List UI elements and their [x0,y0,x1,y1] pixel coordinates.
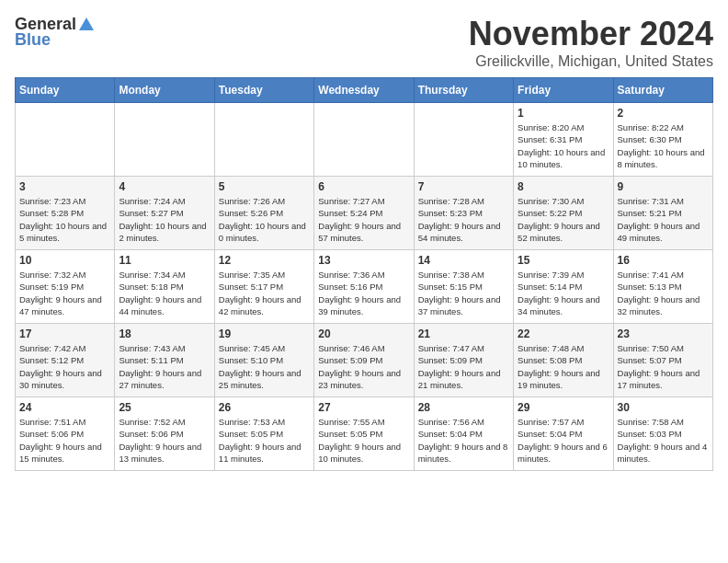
calendar-cell: 25Sunrise: 7:52 AM Sunset: 5:06 PM Dayli… [115,397,214,471]
day-number: 15 [518,254,609,267]
calendar-cell: 18Sunrise: 7:43 AM Sunset: 5:11 PM Dayli… [115,324,214,397]
day-info: Sunrise: 7:24 AM Sunset: 5:27 PM Dayligh… [119,195,210,244]
day-info: Sunrise: 8:20 AM Sunset: 6:31 PM Dayligh… [518,121,609,170]
day-number: 13 [318,254,409,267]
day-number: 23 [618,327,709,340]
day-number: 11 [119,254,210,267]
calendar-cell: 1Sunrise: 8:20 AM Sunset: 6:31 PM Daylig… [514,103,613,177]
calendar-cell: 13Sunrise: 7:36 AM Sunset: 5:16 PM Dayli… [314,250,414,324]
calendar-cell: 8Sunrise: 7:30 AM Sunset: 5:22 PM Daylig… [514,177,613,250]
calendar-body: 1Sunrise: 8:20 AM Sunset: 6:31 PM Daylig… [16,103,713,471]
calendar-cell: 22Sunrise: 7:48 AM Sunset: 5:08 PM Dayli… [514,324,613,397]
calendar-cell: 9Sunrise: 7:31 AM Sunset: 5:21 PM Daylig… [613,177,712,250]
calendar-cell: 4Sunrise: 7:24 AM Sunset: 5:27 PM Daylig… [115,177,214,250]
calendar-cell: 24Sunrise: 7:51 AM Sunset: 5:06 PM Dayli… [16,397,115,471]
calendar-header: SundayMondayTuesdayWednesdayThursdayFrid… [16,78,713,103]
day-number: 29 [518,401,609,414]
header-sunday: Sunday [16,78,115,103]
day-info: Sunrise: 7:45 AM Sunset: 5:10 PM Dayligh… [219,342,310,391]
day-info: Sunrise: 7:34 AM Sunset: 5:18 PM Dayligh… [119,269,210,317]
header: General Blue November 2024 Greilickville… [15,15,713,70]
calendar-cell [314,103,414,177]
calendar-cell: 20Sunrise: 7:46 AM Sunset: 5:09 PM Dayli… [314,324,414,397]
day-number: 2 [618,107,709,120]
day-number: 21 [418,327,509,340]
logo-blue: Blue [15,30,51,50]
day-number: 1 [518,107,609,120]
header-tuesday: Tuesday [214,78,313,103]
header-friday: Friday [514,78,613,103]
day-info: Sunrise: 7:51 AM Sunset: 5:06 PM Dayligh… [19,416,110,465]
calendar-cell: 7Sunrise: 7:28 AM Sunset: 5:23 PM Daylig… [414,177,513,250]
day-number: 4 [119,180,210,193]
day-info: Sunrise: 7:30 AM Sunset: 5:22 PM Dayligh… [518,195,609,244]
day-info: Sunrise: 7:52 AM Sunset: 5:06 PM Dayligh… [119,416,210,465]
calendar-cell: 6Sunrise: 7:27 AM Sunset: 5:24 PM Daylig… [314,177,414,250]
day-number: 17 [19,327,110,340]
calendar-cell: 28Sunrise: 7:56 AM Sunset: 5:04 PM Dayli… [414,397,513,471]
day-number: 10 [19,254,110,267]
calendar-cell: 5Sunrise: 7:26 AM Sunset: 5:26 PM Daylig… [214,177,313,250]
calendar-cell: 17Sunrise: 7:42 AM Sunset: 5:12 PM Dayli… [16,324,115,397]
day-number: 22 [518,327,609,340]
calendar-cell: 3Sunrise: 7:23 AM Sunset: 5:28 PM Daylig… [16,177,115,250]
header-monday: Monday [115,78,214,103]
calendar-cell: 26Sunrise: 7:53 AM Sunset: 5:05 PM Dayli… [214,397,313,471]
day-info: Sunrise: 7:43 AM Sunset: 5:11 PM Dayligh… [119,342,210,391]
week-row: 17Sunrise: 7:42 AM Sunset: 5:12 PM Dayli… [16,324,713,397]
title-area: November 2024 Greilickville, Michigan, U… [469,15,713,70]
day-info: Sunrise: 7:27 AM Sunset: 5:24 PM Dayligh… [318,195,409,244]
day-info: Sunrise: 7:57 AM Sunset: 5:04 PM Dayligh… [518,416,609,465]
day-info: Sunrise: 7:23 AM Sunset: 5:28 PM Dayligh… [19,195,110,244]
day-info: Sunrise: 7:48 AM Sunset: 5:08 PM Dayligh… [518,342,609,391]
day-number: 3 [19,180,110,193]
header-saturday: Saturday [613,78,712,103]
day-info: Sunrise: 7:28 AM Sunset: 5:23 PM Dayligh… [418,195,509,244]
day-number: 6 [318,180,409,193]
day-number: 26 [219,401,310,414]
day-number: 9 [618,180,709,193]
calendar-cell [414,103,513,177]
day-number: 20 [318,327,409,340]
calendar-cell: 27Sunrise: 7:55 AM Sunset: 5:05 PM Dayli… [314,397,414,471]
location-title: Greilickville, Michigan, United States [469,53,713,70]
day-number: 14 [418,254,509,267]
day-info: Sunrise: 8:22 AM Sunset: 6:30 PM Dayligh… [618,121,709,170]
calendar-cell: 15Sunrise: 7:39 AM Sunset: 5:14 PM Dayli… [514,250,613,324]
day-info: Sunrise: 7:38 AM Sunset: 5:15 PM Dayligh… [418,269,509,317]
day-info: Sunrise: 7:56 AM Sunset: 5:04 PM Dayligh… [418,416,509,465]
calendar-cell [214,103,313,177]
day-info: Sunrise: 7:26 AM Sunset: 5:26 PM Dayligh… [219,195,310,244]
day-number: 25 [119,401,210,414]
week-row: 3Sunrise: 7:23 AM Sunset: 5:28 PM Daylig… [16,177,713,250]
day-info: Sunrise: 7:32 AM Sunset: 5:19 PM Dayligh… [19,269,110,317]
day-info: Sunrise: 7:31 AM Sunset: 5:21 PM Dayligh… [618,195,709,244]
day-number: 7 [418,180,509,193]
day-info: Sunrise: 7:35 AM Sunset: 5:17 PM Dayligh… [219,269,310,317]
calendar-cell [115,103,214,177]
calendar-cell [16,103,115,177]
day-info: Sunrise: 7:50 AM Sunset: 5:07 PM Dayligh… [618,342,709,391]
day-number: 24 [19,401,110,414]
day-info: Sunrise: 7:46 AM Sunset: 5:09 PM Dayligh… [318,342,409,391]
calendar-table: SundayMondayTuesdayWednesdayThursdayFrid… [15,77,713,471]
day-number: 8 [518,180,609,193]
calendar-cell: 10Sunrise: 7:32 AM Sunset: 5:19 PM Dayli… [16,250,115,324]
day-number: 19 [219,327,310,340]
svg-marker-0 [79,17,94,30]
calendar-cell: 30Sunrise: 7:58 AM Sunset: 5:03 PM Dayli… [613,397,712,471]
day-number: 18 [119,327,210,340]
week-row: 10Sunrise: 7:32 AM Sunset: 5:19 PM Dayli… [16,250,713,324]
calendar-cell: 12Sunrise: 7:35 AM Sunset: 5:17 PM Dayli… [214,250,313,324]
calendar-cell: 29Sunrise: 7:57 AM Sunset: 5:04 PM Dayli… [514,397,613,471]
day-info: Sunrise: 7:41 AM Sunset: 5:13 PM Dayligh… [618,269,709,317]
day-info: Sunrise: 7:58 AM Sunset: 5:03 PM Dayligh… [618,416,709,465]
header-wednesday: Wednesday [314,78,414,103]
day-number: 12 [219,254,310,267]
calendar-cell: 2Sunrise: 8:22 AM Sunset: 6:30 PM Daylig… [613,103,712,177]
day-info: Sunrise: 7:36 AM Sunset: 5:16 PM Dayligh… [318,269,409,317]
day-number: 30 [618,401,709,414]
day-number: 28 [418,401,509,414]
day-info: Sunrise: 7:53 AM Sunset: 5:05 PM Dayligh… [219,416,310,465]
header-thursday: Thursday [414,78,513,103]
